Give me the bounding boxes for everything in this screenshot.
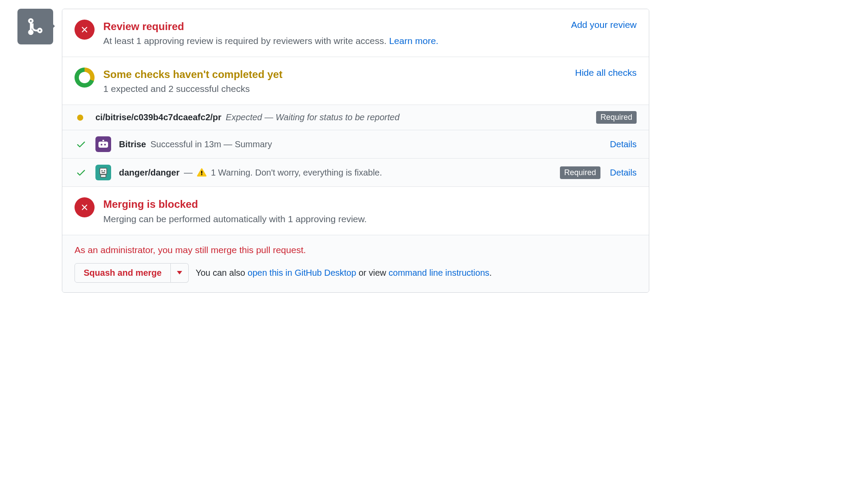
git-merge-icon bbox=[26, 17, 45, 36]
hide-checks-link[interactable]: Hide all checks bbox=[575, 68, 637, 78]
pending-status-icon bbox=[77, 115, 83, 121]
check-name: Bitrise bbox=[119, 139, 146, 149]
checks-section: Some checks haven't completed yet 1 expe… bbox=[62, 57, 649, 105]
svg-point-2 bbox=[104, 144, 106, 145]
checks-summary: 1 expected and 2 successful checks bbox=[103, 84, 282, 94]
svg-point-5 bbox=[102, 170, 103, 172]
success-status-icon bbox=[75, 167, 88, 178]
details-link[interactable]: Details bbox=[610, 139, 637, 149]
check-name: danger/danger bbox=[119, 168, 180, 178]
merge-hint-text: You can also open this in GitHub Desktop… bbox=[196, 268, 492, 278]
svg-point-6 bbox=[104, 170, 105, 172]
check-status-text: Successful in 13m — Summary bbox=[150, 139, 272, 149]
svg-rect-3 bbox=[102, 140, 104, 141]
dash: — bbox=[184, 168, 193, 178]
svg-rect-8 bbox=[101, 175, 106, 177]
check-icon bbox=[76, 139, 86, 149]
robot-face-icon bbox=[98, 140, 109, 149]
admin-override-note: As an administrator, you may still merge… bbox=[75, 245, 637, 255]
merge-status-panel: Review required At least 1 approving rev… bbox=[62, 9, 649, 293]
check-row: ci/bitrise/c039b4c7dcaeafc2/pr Expected … bbox=[62, 105, 649, 130]
checks-title: Some checks haven't completed yet bbox=[103, 68, 282, 81]
checks-progress-icon bbox=[75, 68, 95, 88]
check-row: danger/danger — 1 Warning. Don't worry, … bbox=[62, 159, 649, 187]
robot-icon bbox=[97, 166, 109, 179]
warning-icon bbox=[197, 168, 207, 177]
check-status-text: 1 Warning. Don't worry, everything is fi… bbox=[211, 168, 382, 178]
merging-blocked-section: Merging is blocked Merging can be perfor… bbox=[62, 187, 649, 235]
details-link[interactable]: Details bbox=[610, 168, 637, 178]
merging-blocked-title: Merging is blocked bbox=[103, 197, 637, 211]
check-name: ci/bitrise/c039b4c7dcaeafc2/pr bbox=[95, 112, 221, 122]
x-icon bbox=[80, 203, 89, 212]
success-status-icon bbox=[75, 139, 88, 149]
add-review-link[interactable]: Add your review bbox=[571, 20, 637, 30]
error-icon bbox=[75, 20, 95, 40]
check-row: Bitrise Successful in 13m — Summary Deta… bbox=[62, 130, 649, 159]
check-icon bbox=[76, 167, 86, 178]
svg-rect-0 bbox=[98, 142, 108, 148]
merge-status-icon bbox=[17, 9, 53, 44]
required-badge: Required bbox=[560, 166, 600, 179]
squash-merge-button[interactable]: Squash and merge bbox=[75, 263, 171, 283]
svg-rect-4 bbox=[100, 168, 107, 174]
review-required-section: Review required At least 1 approving rev… bbox=[62, 9, 649, 57]
review-required-description: At least 1 approving review is required … bbox=[103, 36, 438, 46]
required-badge: Required bbox=[596, 111, 637, 124]
cli-instructions-link[interactable]: command line instructions bbox=[389, 268, 489, 277]
svg-rect-7 bbox=[102, 172, 105, 173]
merging-blocked-description: Merging can be performed automatically w… bbox=[103, 214, 637, 224]
review-required-title: Review required bbox=[103, 20, 438, 33]
x-icon bbox=[80, 25, 89, 34]
caret-down-icon bbox=[177, 271, 182, 274]
merge-button-group: Squash and merge bbox=[75, 263, 189, 283]
merge-footer: As an administrator, you may still merge… bbox=[62, 235, 649, 292]
open-desktop-link[interactable]: open this in GitHub Desktop bbox=[248, 268, 356, 277]
check-status-text: Expected — Waiting for status to be repo… bbox=[226, 112, 400, 122]
learn-more-link[interactable]: Learn more. bbox=[389, 36, 438, 46]
error-icon bbox=[75, 197, 95, 217]
bitrise-avatar-icon bbox=[95, 136, 111, 152]
merge-dropdown-button[interactable] bbox=[171, 263, 189, 283]
danger-avatar-icon bbox=[95, 165, 111, 180]
svg-point-1 bbox=[101, 144, 102, 145]
